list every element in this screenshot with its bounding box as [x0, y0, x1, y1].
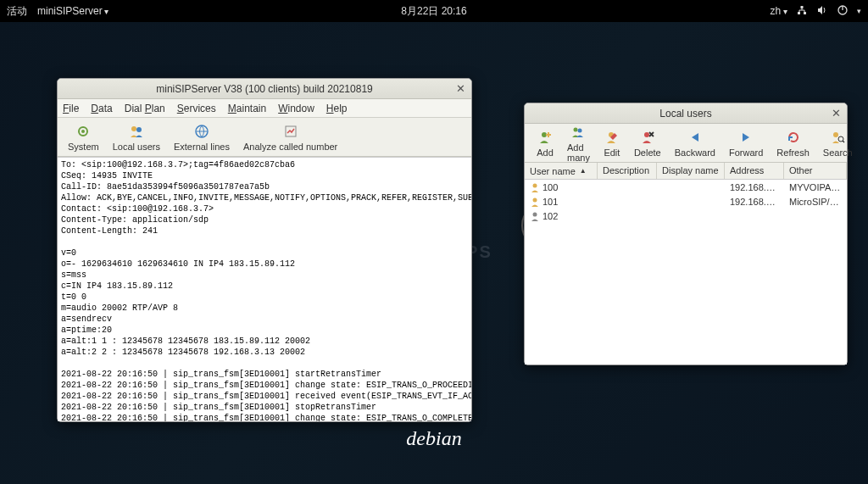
svg-point-17 — [644, 132, 649, 137]
cell-addr: 192.168.3.1... — [725, 181, 784, 193]
close-icon[interactable]: ✕ — [454, 82, 466, 94]
cell-user: 102 — [542, 211, 558, 221]
cell-other — [784, 215, 847, 217]
main-titlebar[interactable]: miniSIPServer V38 (100 clients) build 20… — [58, 79, 471, 99]
backward-button[interactable]: Backward — [668, 127, 722, 159]
cell-user: 101 — [542, 197, 558, 207]
add-button[interactable]: Add — [530, 122, 560, 164]
menu-bar: File Data Dial Plan Services Maintain Wi… — [58, 99, 471, 118]
menu-file[interactable]: File — [63, 103, 79, 114]
volume-icon[interactable] — [816, 4, 828, 19]
svg-rect-1 — [804, 12, 806, 14]
local-users-button[interactable]: Local users — [106, 121, 167, 153]
clock[interactable]: 8月22日 20:16 — [401, 4, 466, 19]
analyze-button[interactable]: Analyze called number — [236, 121, 344, 153]
svg-line-20 — [843, 141, 844, 142]
col-address[interactable]: Address — [725, 163, 784, 179]
svg-point-10 — [136, 127, 142, 132]
users-title: Local users — [659, 108, 711, 120]
users-icon — [128, 123, 145, 140]
svg-point-23 — [533, 212, 537, 216]
refresh-button[interactable]: Refresh — [770, 127, 816, 159]
table-row[interactable]: 100192.168.3.1...MYVOIPAPP SIP Phone (Fe… — [525, 180, 847, 194]
cell-disp — [657, 215, 725, 217]
svg-point-18 — [833, 132, 838, 137]
power-icon[interactable] — [837, 4, 849, 19]
network-icon[interactable] — [796, 4, 808, 19]
app-menu[interactable]: miniSIPServer — [37, 5, 108, 17]
users-list-header: User name▲ Description Display name Addr… — [525, 163, 847, 180]
cell-desc — [598, 215, 657, 217]
edit-icon — [604, 129, 620, 146]
cell-other: MicroSIP/3.20.5 — [784, 196, 847, 208]
user-icon — [530, 197, 540, 207]
user-icon — [530, 182, 540, 192]
table-row[interactable]: 102 — [525, 209, 847, 223]
main-toolbar: System Local users External lines Analyz… — [58, 118, 471, 157]
user-icon — [530, 211, 540, 221]
svg-point-14 — [574, 127, 578, 131]
col-other[interactable]: Other — [784, 163, 847, 179]
svg-point-8 — [81, 130, 85, 133]
analyze-icon — [282, 123, 299, 140]
users-window: Local users ✕ Add Add many Edit — [524, 103, 848, 365]
search-icon — [829, 129, 846, 146]
col-description[interactable]: Description — [598, 163, 657, 179]
arrow-right-icon — [737, 129, 754, 146]
menu-services[interactable]: Services — [177, 103, 216, 114]
col-displayname[interactable]: Display name — [657, 163, 725, 179]
users-titlebar[interactable]: Local users ✕ — [525, 103, 847, 124]
delete-button[interactable]: Delete — [627, 122, 668, 164]
svg-point-21 — [533, 183, 537, 187]
desktop: MYVOIPAPPS debian miniSIPServer V38 (100… — [0, 22, 868, 484]
cell-desc — [598, 186, 657, 188]
sort-asc-icon: ▲ — [580, 167, 587, 175]
main-window: miniSIPServer V38 (100 clients) build 20… — [57, 78, 472, 422]
external-lines-button[interactable]: External lines — [167, 121, 236, 153]
log-output[interactable]: To: <sip:100@192.168.3.7>;tag=4f86aed02c… — [58, 157, 471, 421]
lang-indicator[interactable]: zh — [771, 5, 787, 17]
cell-user: 100 — [542, 182, 558, 192]
cell-other: MYVOIPAPP SIP Phone (Feb ... — [784, 181, 847, 193]
svg-point-15 — [578, 128, 582, 132]
delete-icon — [639, 129, 656, 146]
forward-button[interactable]: Forward — [722, 127, 770, 159]
add-many-button[interactable]: Add many — [560, 122, 597, 164]
chevron-down-icon[interactable]: ▾ — [857, 7, 861, 15]
users-list[interactable]: 100192.168.3.1...MYVOIPAPP SIP Phone (Fe… — [525, 180, 847, 364]
menu-dialplan[interactable]: Dial Plan — [125, 103, 165, 114]
menu-help[interactable]: Help — [326, 103, 348, 114]
search-button[interactable]: Search — [816, 127, 860, 159]
activities-button[interactable]: 活动 — [7, 4, 27, 19]
cell-desc — [598, 201, 657, 203]
svg-point-9 — [131, 126, 136, 131]
debian-logo: debian — [406, 427, 461, 450]
col-username[interactable]: User name▲ — [525, 163, 598, 179]
lines-icon — [193, 123, 210, 140]
cell-disp — [657, 186, 725, 188]
svg-rect-2 — [801, 6, 804, 8]
close-icon[interactable]: ✕ — [830, 107, 842, 119]
arrow-left-icon — [687, 129, 704, 146]
gear-icon — [75, 123, 92, 140]
menu-data[interactable]: Data — [91, 103, 112, 114]
cell-disp — [657, 201, 725, 203]
refresh-icon — [785, 129, 802, 146]
add-many-icon — [570, 124, 587, 141]
cell-addr: 192.168.3.1... — [725, 196, 784, 208]
top-bar: 活动 miniSIPServer 8月22日 20:16 zh ▾ — [0, 0, 868, 22]
cell-addr — [725, 215, 784, 217]
users-toolbar: Add Add many Edit Delete Backw — [525, 124, 847, 163]
system-button[interactable]: System — [61, 121, 106, 153]
menu-maintain[interactable]: Maintain — [228, 103, 266, 114]
table-row[interactable]: 101192.168.3.1...MicroSIP/3.20.5 — [525, 194, 847, 209]
edit-button[interactable]: Edit — [597, 122, 627, 164]
main-title: miniSIPServer V38 (100 clients) build 20… — [156, 83, 372, 95]
add-icon — [537, 129, 554, 146]
menu-window[interactable]: Window — [278, 103, 314, 114]
svg-point-22 — [533, 197, 537, 202]
svg-rect-0 — [798, 12, 800, 14]
